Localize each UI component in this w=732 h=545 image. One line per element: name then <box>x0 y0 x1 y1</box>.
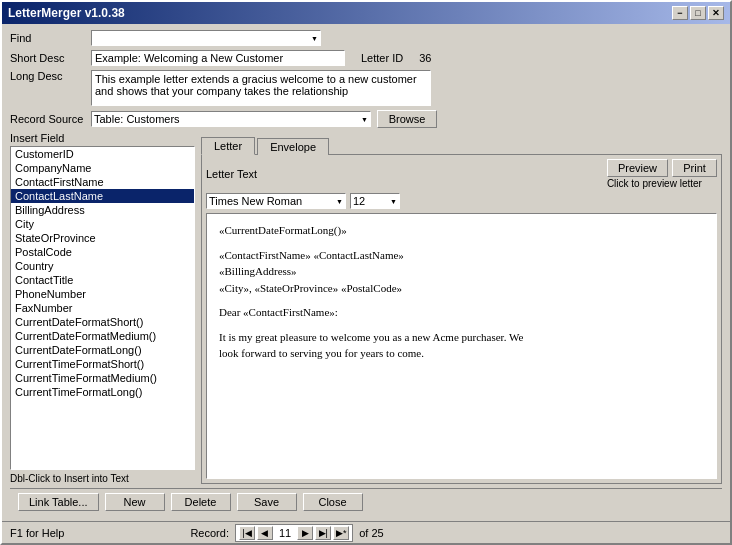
bottom-bar: Link Table... New Delete Save Close <box>10 488 722 515</box>
letter-text-label: Letter Text <box>206 168 257 180</box>
main-window: LetterMerger v1.0.38 − □ ✕ Find Short De… <box>0 0 732 545</box>
field-item[interactable]: PostalCode <box>11 245 194 259</box>
short-desc-row: Short Desc Letter ID 36 <box>10 50 722 66</box>
letter-editor[interactable]: «CurrentDateFormatLong()» «ContactFirstN… <box>206 213 717 479</box>
record-label: Record: <box>190 527 229 539</box>
tab-envelope[interactable]: Envelope <box>257 138 329 155</box>
find-select[interactable] <box>91 30 321 46</box>
right-panel: Letter Envelope Letter Text Preview Prin… <box>201 132 722 484</box>
status-bar: F1 for Help Record: |◀ ◀ 11 ▶ ▶| ▶* of 2… <box>2 521 730 543</box>
close-window-button[interactable]: ✕ <box>708 6 724 20</box>
preview-button[interactable]: Preview <box>607 159 668 177</box>
field-item[interactable]: PhoneNumber <box>11 287 194 301</box>
letter-line-name-address: «ContactFirstName» «ContactLastName» «Bi… <box>219 247 704 297</box>
field-item[interactable]: CustomerID <box>11 147 194 161</box>
title-bar-buttons: − □ ✕ <box>672 6 724 20</box>
insert-field-label: Insert Field <box>10 132 195 144</box>
field-item[interactable]: CurrentTimeFormatMedium() <box>11 371 194 385</box>
print-button[interactable]: Print <box>672 159 717 177</box>
record-source-select[interactable]: Table: Customers <box>91 111 371 127</box>
field-item[interactable]: City <box>11 217 194 231</box>
record-source-label: Record Source <box>10 113 85 125</box>
field-listbox[interactable]: CustomerIDCompanyNameContactFirstNameCon… <box>10 146 195 470</box>
save-button[interactable]: Save <box>237 493 297 511</box>
letter-id-value: 36 <box>419 52 431 64</box>
tab-content: Letter Text Preview Print Click to previ… <box>201 154 722 484</box>
letter-line-dear: Dear «ContactFirstName»: <box>219 304 704 321</box>
main-content: Find Short Desc Letter ID 36 Long Desc T… <box>2 24 730 521</box>
field-item[interactable]: ContactLastName <box>11 189 194 203</box>
field-item[interactable]: BillingAddress <box>11 203 194 217</box>
new-button[interactable]: New <box>105 493 165 511</box>
nav-next-button[interactable]: ▶ <box>297 526 313 540</box>
field-item[interactable]: CurrentDateFormatLong() <box>11 343 194 357</box>
dbl-click-hint: Dbl-Click to Insert into Text <box>10 473 195 484</box>
record-nav: |◀ ◀ 11 ▶ ▶| ▶* <box>235 524 353 542</box>
size-select[interactable]: 8 10 12 14 <box>350 193 400 209</box>
nav-last-button[interactable]: ▶| <box>315 526 331 540</box>
bottom-buttons: Link Table... New Delete Save Close <box>18 493 363 511</box>
font-select[interactable]: Times New Roman Arial Courier New <box>206 193 346 209</box>
field-item[interactable]: StateOrProvince <box>11 231 194 245</box>
field-item[interactable]: CurrentTimeFormatLong() <box>11 385 194 399</box>
short-desc-label: Short Desc <box>10 52 85 64</box>
field-item[interactable]: CompanyName <box>11 161 194 175</box>
title-bar: LetterMerger v1.0.38 − □ ✕ <box>2 2 730 24</box>
field-item[interactable]: CurrentDateFormatShort() <box>11 315 194 329</box>
find-label: Find <box>10 32 85 44</box>
letter-line-date: «CurrentDateFormatLong()» <box>219 222 704 239</box>
delete-button[interactable]: Delete <box>171 493 231 511</box>
nav-prev-button[interactable]: ◀ <box>257 526 273 540</box>
field-item[interactable]: CurrentTimeFormatShort() <box>11 357 194 371</box>
letter-line-body: It is my great pleasure to welcome you a… <box>219 329 704 362</box>
field-item[interactable]: ContactTitle <box>11 273 194 287</box>
browse-button[interactable]: Browse <box>377 110 437 128</box>
field-item[interactable]: ContactFirstName <box>11 175 194 189</box>
help-label: F1 for Help <box>10 527 64 539</box>
nav-first-button[interactable]: |◀ <box>239 526 255 540</box>
field-item[interactable]: CurrentDateFormatMedium() <box>11 329 194 343</box>
nav-new-button[interactable]: ▶* <box>333 526 349 540</box>
record-source-row: Record Source Table: Customers Browse <box>10 110 722 128</box>
maximize-button[interactable]: □ <box>690 6 706 20</box>
preview-tooltip: Click to preview letter <box>607 178 702 189</box>
record-number: 11 <box>275 527 295 539</box>
tab-letter[interactable]: Letter <box>201 137 255 155</box>
close-button[interactable]: Close <box>303 493 363 511</box>
field-item[interactable]: Country <box>11 259 194 273</box>
long-desc-row: Long Desc This example letter extends a … <box>10 70 722 106</box>
long-desc-label: Long Desc <box>10 70 85 82</box>
field-item[interactable]: FaxNumber <box>11 301 194 315</box>
insert-field-panel: Insert Field CustomerIDCompanyNameContac… <box>10 132 195 484</box>
short-desc-input[interactable] <box>91 50 345 66</box>
find-row: Find <box>10 30 722 46</box>
long-desc-textarea[interactable]: This example letter extends a gracius we… <box>91 70 431 106</box>
minimize-button[interactable]: − <box>672 6 688 20</box>
of-label: of 25 <box>359 527 383 539</box>
window-title: LetterMerger v1.0.38 <box>8 6 125 20</box>
main-area: Insert Field CustomerIDCompanyNameContac… <box>10 132 722 484</box>
link-table-button[interactable]: Link Table... <box>18 493 99 511</box>
tab-row: Letter Envelope <box>201 132 722 154</box>
letter-id-label: Letter ID <box>361 52 403 64</box>
